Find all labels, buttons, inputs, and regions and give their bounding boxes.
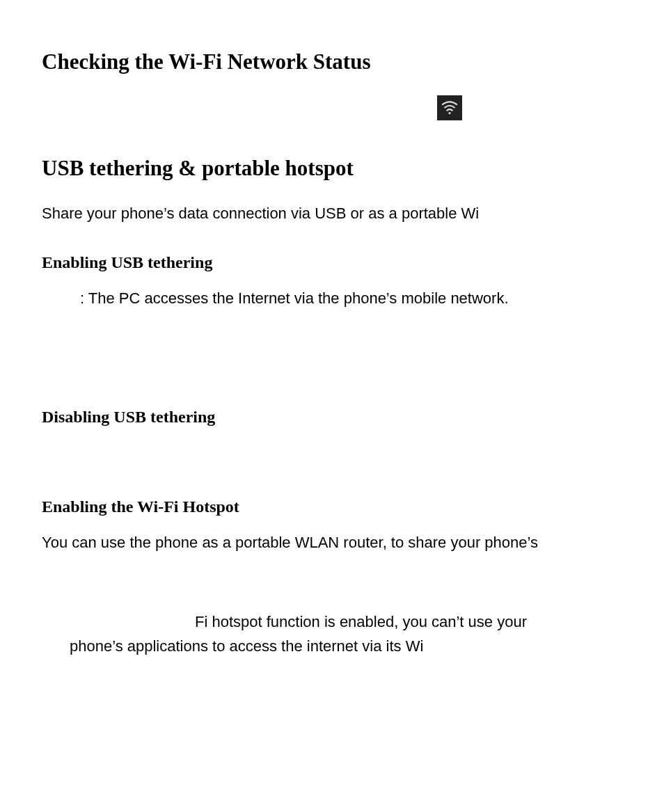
heading-enabling-wifi-hotspot: Enabling the Wi-Fi Hotspot [42,497,622,517]
tethering-intro-text: Share your phone’s data connection via U… [42,202,622,225]
heading-usb-tethering-hotspot: USB tethering & portable hotspot [42,155,622,181]
enabling-wifi-hotspot-body: You can use the phone as a portable WLAN… [42,531,622,554]
note-block: Fi hotspot function is enabled, you can’… [42,610,622,658]
heading-disabling-usb-tethering: Disabling USB tethering [42,407,622,427]
note-line-2: phone’s applications to access the inter… [70,634,622,658]
heading-enabling-usb-tethering: Enabling USB tethering [42,253,622,273]
wifi-icon-row [42,95,622,120]
enabling-usb-tethering-body: : The PC accesses the Internet via the p… [42,287,622,310]
note-line-1: Fi hotspot function is enabled, you can’… [70,610,622,634]
wifi-icon [437,95,462,120]
svg-point-0 [448,112,450,114]
heading-wifi-status: Checking the Wi-Fi Network Status [42,49,622,74]
